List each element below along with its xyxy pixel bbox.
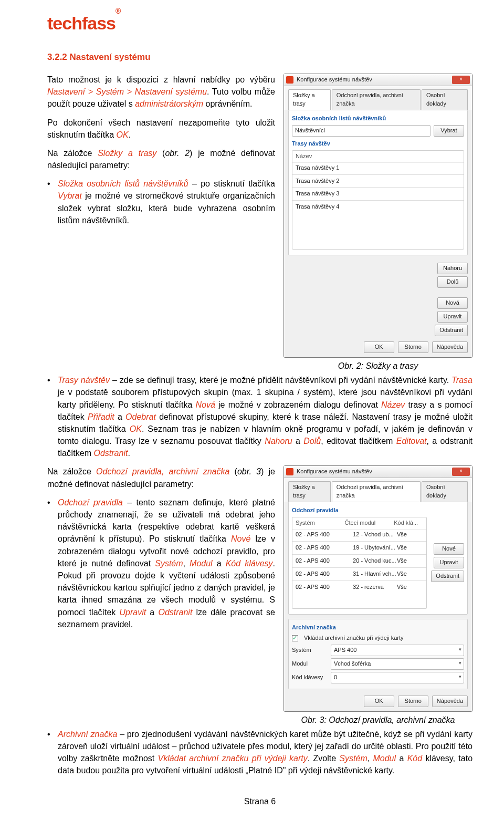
tab-osobni-doklady[interactable]: Osobní doklady bbox=[422, 481, 468, 502]
bullet: Trasy návštěv – zde se definují trasy, k… bbox=[47, 374, 472, 459]
para: Na záložce Odchozí pravidla, archivní zn… bbox=[47, 465, 275, 490]
system-select[interactable]: APS 400 bbox=[331, 645, 464, 656]
bullet: Archivní značka – pro zjednodušení vydáv… bbox=[47, 728, 472, 777]
tab-ref: Odchozí pravidla, archivní značka bbox=[96, 467, 229, 476]
table-row[interactable]: 02 - APS 40019 - Ubytování...Vše bbox=[292, 543, 426, 553]
odstranit-button[interactable]: Odstranit bbox=[435, 325, 468, 336]
storno-button[interactable]: Storno bbox=[398, 341, 428, 353]
nove-button[interactable]: Nové bbox=[434, 543, 464, 555]
role: administrátorským bbox=[135, 99, 203, 108]
upravit-button[interactable]: Upravit bbox=[437, 311, 468, 323]
dialog-title: Konfigurace systému návštěv bbox=[297, 468, 449, 476]
modul-select[interactable]: Vchod šoférka bbox=[331, 658, 464, 670]
field-label: Modul bbox=[292, 660, 328, 668]
para: Na záložce Složky a trasy (obr. 2) je mo… bbox=[47, 147, 275, 171]
figure-caption: Obr. 3: Odchozí pravidla, archivní značk… bbox=[284, 714, 472, 726]
page-footer: Strana 6 bbox=[47, 795, 472, 807]
storno-button[interactable]: Storno bbox=[398, 696, 428, 707]
rules-table[interactable]: Systém Čtecí modul Kód klá... 02 - APS 4… bbox=[292, 517, 427, 609]
dialog-slozky-trasy: Konfigurace systému návštěv × Složky a t… bbox=[284, 74, 472, 358]
vybrat-button[interactable]: Vybrat bbox=[434, 125, 464, 137]
ok-ref: OK bbox=[117, 130, 129, 139]
para: Tato možnost je k dispozici z hlavní nab… bbox=[47, 74, 275, 110]
para: Po dokončení všech nastavení nezapomeňte… bbox=[47, 117, 275, 141]
section-heading: 3.2.2 Nastavení systému bbox=[47, 51, 472, 64]
ok-button[interactable]: OK bbox=[364, 341, 394, 353]
table-row[interactable]: Trasa návštěvy 4 bbox=[292, 202, 464, 212]
tab-slozky-trasy[interactable]: Složky a trasy bbox=[288, 481, 331, 502]
checkbox-label: Vkládat archivní značku při výdeji karty bbox=[304, 634, 404, 642]
odstranit-button[interactable]: Odstranit bbox=[431, 571, 464, 582]
dialog-odchozi-pravidla: Konfigurace systému návštěv × Složky a t… bbox=[284, 465, 472, 711]
tab-odchozi[interactable]: Odchozí pravidla, archivní značka bbox=[332, 481, 421, 502]
close-icon[interactable]: × bbox=[452, 468, 470, 476]
kod-select[interactable]: 0 bbox=[331, 672, 464, 683]
field-label: Systém bbox=[292, 646, 328, 655]
tab-slozky-trasy[interactable]: Složky a trasy bbox=[288, 89, 331, 110]
ok-button[interactable]: OK bbox=[364, 696, 394, 707]
dialog-icon bbox=[286, 468, 293, 475]
bullet: Složka osobních listů návštěvníků – po s… bbox=[47, 178, 275, 226]
napoveda-button[interactable]: Nápověda bbox=[432, 341, 468, 353]
section-label: Složka osobních listů návštěvníků bbox=[292, 115, 464, 123]
table-row[interactable]: Trasa návštěvy 2 bbox=[292, 176, 464, 186]
fig-ref: obr. 2 bbox=[165, 149, 190, 158]
table-row[interactable]: 02 - APS 40012 - Vchod ub...Vše bbox=[292, 530, 426, 540]
napoveda-button[interactable]: Nápověda bbox=[432, 696, 468, 707]
vkladat-checkbox[interactable] bbox=[292, 635, 298, 641]
fig-ref: obr. 3 bbox=[237, 467, 261, 476]
upravit-button[interactable]: Upravit bbox=[434, 557, 464, 568]
table-row[interactable]: Trasa návštěvy 3 bbox=[292, 189, 464, 199]
column-header: Systém bbox=[296, 519, 345, 527]
nova-button[interactable]: Nová bbox=[437, 297, 468, 309]
dolu-button[interactable]: Dolů bbox=[437, 276, 468, 288]
column-header: Čtecí modul bbox=[345, 519, 394, 527]
tab-odchozi[interactable]: Odchozí pravidla, archivní značka bbox=[332, 89, 421, 110]
column-header: Kód klá... bbox=[394, 519, 423, 527]
table-row[interactable]: Trasa návštěvy 1 bbox=[292, 163, 464, 173]
table-row[interactable]: 02 - APS 40031 - Hlavní vch...Vše bbox=[292, 569, 426, 579]
section-label: Archivní značka bbox=[292, 624, 464, 632]
logo: techfass® bbox=[47, 11, 472, 36]
nahoru-button[interactable]: Nahoru bbox=[437, 263, 468, 274]
field-label: Kód klávesy bbox=[292, 673, 328, 682]
tab-osobni-doklady[interactable]: Osobní doklady bbox=[422, 89, 468, 110]
tab-ref: Složky a trasy bbox=[98, 149, 156, 158]
section-label: Trasy návštěv bbox=[292, 140, 464, 148]
trasy-table[interactable]: Název Trasa návštěvy 1 Trasa návštěvy 2 … bbox=[292, 150, 464, 250]
figure-caption: Obr. 2: Složky a trasy bbox=[284, 360, 472, 372]
table-row[interactable]: 02 - APS 40020 - Vchod kuc...Vše bbox=[292, 556, 426, 566]
bullet: Odchozí pravidla – tento seznam definuje… bbox=[47, 496, 275, 630]
menu-path: Nastavení > Systém > Nastavení systému bbox=[47, 87, 207, 96]
folder-field: Návštěvníci bbox=[292, 125, 430, 137]
close-icon[interactable]: × bbox=[452, 76, 470, 84]
dialog-icon bbox=[286, 76, 293, 84]
section-label: Odchozí pravidla bbox=[292, 506, 464, 515]
dialog-title: Konfigurace systému návštěv bbox=[297, 76, 449, 84]
column-header: Název bbox=[296, 152, 460, 161]
table-row[interactable]: 02 - APS 40032 - rezervaVše bbox=[292, 582, 426, 593]
